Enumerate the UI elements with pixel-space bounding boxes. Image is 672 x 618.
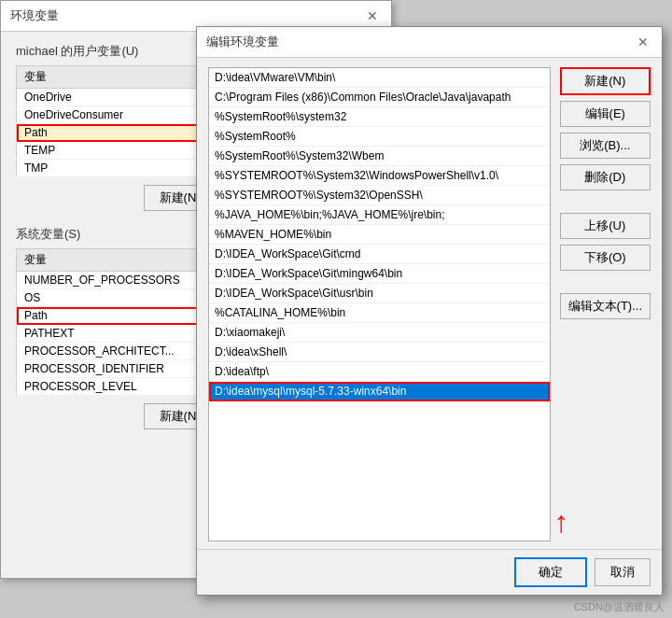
edit-env-dialog: 编辑环境变量 ✕ D:\idea\VMware\VM\bin\C:\Progra…	[196, 26, 663, 596]
edit-text-btn[interactable]: 编辑文本(T)...	[560, 293, 651, 319]
edit-path-btn[interactable]: 编辑(E)	[560, 101, 651, 127]
env-dialog-title: 环境变量	[10, 7, 59, 24]
list-item[interactable]: D:\IDEA_WorkSpace\Git\cmd	[209, 245, 550, 264]
spacer2	[560, 276, 651, 288]
edit-cancel-btn[interactable]: 取消	[595, 558, 651, 586]
list-item[interactable]: %SYSTEMROOT%\System32\WindowsPowerShell\…	[209, 166, 550, 186]
edit-dialog-titlebar: 编辑环境变量 ✕	[197, 27, 662, 58]
new-path-btn[interactable]: 新建(N)	[560, 67, 651, 95]
list-item[interactable]: D:\idea\ftp\	[209, 362, 550, 382]
list-item[interactable]: %SystemRoot%\System32\Wbem	[209, 147, 550, 166]
browse-path-btn[interactable]: 浏览(B)...	[560, 133, 651, 159]
list-item[interactable]: D:\IDEA_WorkSpace\Git\mingw64\bin	[209, 264, 550, 284]
list-item[interactable]: D:\xiaomakeji\	[209, 323, 550, 343]
list-item[interactable]: D:\idea\mysql\mysql-5.7.33-winx64\bin	[209, 382, 550, 401]
edit-dialog-close[interactable]: ✕	[634, 33, 652, 51]
path-list-area: D:\idea\VMware\VM\bin\C:\Program Files (…	[208, 67, 551, 541]
list-item[interactable]: D:\idea\xShell\	[209, 343, 550, 362]
edit-dialog-title: 编辑环境变量	[206, 34, 279, 50]
list-item[interactable]: C:\Program Files (x86)\Common Files\Orac…	[209, 88, 550, 107]
edit-side-buttons: 新建(N) 编辑(E) 浏览(B)... 删除(D) 上移(U) 下移(O) 编…	[560, 67, 651, 541]
list-item[interactable]: %CATALINA_HOME%\bin	[209, 303, 550, 323]
move-down-btn[interactable]: 下移(O)	[560, 245, 651, 271]
watermark: CSDN@温酒暖良人	[574, 600, 665, 614]
list-item[interactable]: D:\idea\VMware\VM\bin\	[209, 68, 550, 88]
env-dialog-close[interactable]: ✕	[363, 7, 382, 25]
list-item[interactable]: %SYSTEMROOT%\System32\OpenSSH\	[209, 186, 550, 205]
list-item[interactable]: %MAVEN_HOME%\bin	[209, 225, 550, 245]
edit-dialog-footer: 确定 取消	[197, 549, 662, 595]
path-list[interactable]: D:\idea\VMware\VM\bin\C:\Program Files (…	[208, 67, 551, 541]
list-item[interactable]: %JAVA_HOME%\bin;%JAVA_HOME%\jre\bin;	[209, 205, 550, 225]
edit-ok-btn[interactable]: 确定	[514, 557, 587, 587]
delete-path-btn[interactable]: 删除(D)	[560, 164, 651, 190]
list-item[interactable]: %SystemRoot%\system32	[209, 107, 550, 127]
arrow-indicator: ↓	[553, 509, 568, 543]
move-up-btn[interactable]: 上移(U)	[560, 213, 651, 239]
spacer1	[560, 196, 651, 207]
list-item[interactable]: %SystemRoot%	[209, 127, 550, 147]
edit-dialog-main: D:\idea\VMware\VM\bin\C:\Program Files (…	[197, 58, 662, 551]
list-item[interactable]: D:\IDEA_WorkSpace\Git\usr\bin	[209, 284, 550, 303]
